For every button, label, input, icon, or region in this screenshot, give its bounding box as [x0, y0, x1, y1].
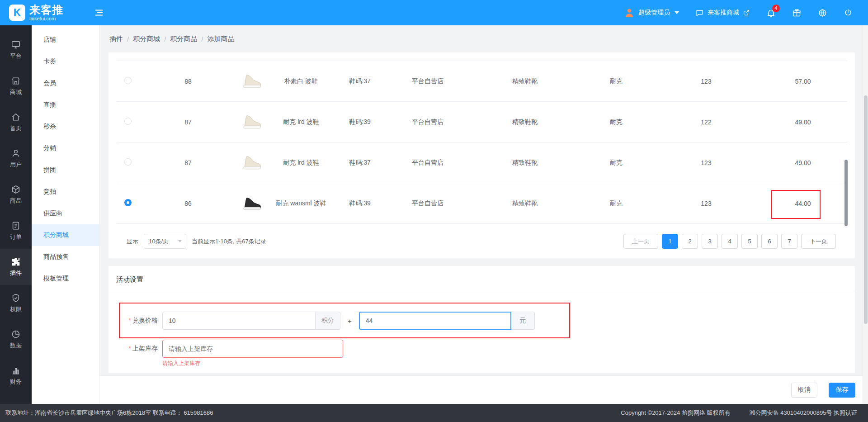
submenu-item-groupbuy[interactable]: 拼团 [32, 159, 99, 181]
window-scrollbar[interactable] [863, 25, 868, 404]
sidebar-item-goods[interactable]: 商品 [0, 176, 32, 213]
data-icon [11, 329, 21, 339]
sidebar-item-plugin[interactable]: 插件 [0, 249, 32, 285]
page-button-4[interactable]: 4 [722, 234, 738, 249]
sidebar-item-order[interactable]: 订单 [0, 213, 32, 249]
sidebar-item-permission[interactable]: 权限 [0, 285, 32, 321]
divider [108, 291, 855, 291]
money-unit-suffix: 元 [511, 312, 535, 330]
sidebar-item-finance[interactable]: 财务 [0, 357, 32, 394]
sidebar-item-label: 权限 [10, 305, 22, 313]
footer-beian[interactable]: 湘公网安备 43010402000895号 执照认证 [750, 409, 857, 417]
table-row[interactable]: 87 耐克 lrd 波鞋 鞋码:39 平台自营店 精致鞋靴 耐克 122 49.… [116, 102, 847, 142]
plugin-icon [11, 257, 21, 267]
sidebar-item-label: 平台 [10, 52, 22, 60]
caret-down-icon [675, 11, 679, 14]
page-button-5[interactable]: 5 [741, 234, 758, 249]
breadcrumb-item[interactable]: 插件 [109, 35, 123, 43]
submenu-item-member[interactable]: 会员 [32, 72, 99, 94]
page-size-value: 10条/页 [149, 237, 169, 246]
row-radio[interactable] [124, 158, 132, 166]
goods-icon [11, 185, 21, 194]
product-price: 49.00 [795, 119, 811, 126]
sidebar-item-mall[interactable]: 商城 [0, 68, 32, 104]
submenu-item-auction[interactable]: 竞拍 [32, 181, 99, 203]
product-category: 精致鞋靴 [512, 77, 538, 85]
page-size-select[interactable]: 10条/页 [144, 234, 186, 249]
submenu-item-store[interactable]: 店铺 [32, 29, 99, 51]
submenu-item-distribution[interactable]: 分销 [32, 138, 99, 159]
breadcrumb-separator: / [164, 35, 166, 43]
gift-button[interactable] [792, 8, 802, 18]
logout-button[interactable] [844, 8, 853, 17]
submenu-item-supplier[interactable]: 供应商 [32, 203, 99, 224]
product-category: 精致鞋靴 [512, 118, 538, 126]
activity-settings-title: 活动设置 [108, 266, 855, 284]
product-brand: 耐克 [610, 159, 623, 167]
breadcrumb-item[interactable]: 积分商品 [170, 35, 197, 43]
product-price: 57.00 [795, 78, 811, 85]
page-button-2[interactable]: 2 [682, 234, 698, 249]
external-link-icon [743, 9, 750, 16]
next-page-button[interactable]: 下一页 [801, 234, 836, 249]
product-stock: 123 [701, 200, 711, 207]
submenu-item-coupon[interactable]: 卡券 [32, 51, 99, 72]
page-button-3[interactable]: 3 [702, 234, 718, 249]
row-radio-checked[interactable] [124, 199, 132, 206]
product-price: 49.00 [795, 159, 811, 166]
platform-icon [11, 40, 21, 50]
breadcrumb-item[interactable]: 积分商城 [133, 35, 160, 43]
sidebar-item-data[interactable]: 数据 [0, 321, 32, 357]
cancel-button[interactable]: 取消 [791, 383, 817, 398]
page-button-1[interactable]: 1 [662, 234, 678, 249]
sidebar-item-user[interactable]: 用户 [0, 140, 32, 176]
power-icon [844, 8, 853, 17]
row-radio[interactable] [124, 118, 132, 125]
page-button-6[interactable]: 6 [761, 234, 778, 249]
table-row[interactable]: 87 耐克 lrd 波鞋 鞋码:37 平台自营店 精致鞋靴 耐克 123 49.… [116, 142, 847, 183]
table-row-selected[interactable]: 86 耐克 wansml 波鞋 鞋码:39 平台自营店 精致鞋靴 耐克 123 … [116, 183, 847, 224]
product-stock: 123 [701, 78, 711, 85]
prev-page-button[interactable]: 上一页 [623, 234, 658, 249]
sidebar-item-label: 首页 [10, 124, 22, 133]
stock-row: *上架库存 [108, 340, 343, 358]
product-id: 86 [184, 200, 192, 207]
submenu-item-seckill[interactable]: 秒杀 [32, 116, 99, 138]
language-button[interactable] [818, 8, 827, 18]
sidebar-item-label: 财务 [10, 378, 22, 386]
user-menu[interactable]: 超级管理员 [624, 7, 679, 18]
product-category: 精致鞋靴 [512, 159, 538, 167]
sidebar-item-label: 数据 [10, 341, 22, 350]
notifications-button[interactable]: 4 [766, 8, 776, 18]
submenu-item-live[interactable]: 直播 [32, 94, 99, 116]
breadcrumb-separator: / [127, 35, 129, 43]
row-radio[interactable] [124, 77, 132, 84]
submenu-item-template[interactable]: 模板管理 [32, 268, 99, 289]
product-brand: 耐克 [610, 199, 623, 208]
mall-link[interactable]: 来客推商城 [695, 9, 750, 17]
stock-input[interactable] [162, 340, 343, 358]
menu-collapse-icon[interactable] [94, 8, 104, 18]
chevron-down-icon [178, 240, 182, 242]
product-table-card: 88 朴素白 波鞋 鞋码:37 平台自营店 精致鞋靴 耐克 123 57.00 … [108, 52, 855, 258]
logo-subtitle: laiketui.com [29, 16, 63, 21]
exchange-points-input[interactable] [162, 312, 316, 330]
header-actions: 超级管理员 来客推商城 4 [624, 7, 868, 18]
notification-badge: 4 [772, 5, 780, 12]
exchange-money-input[interactable] [359, 312, 511, 330]
product-id: 88 [184, 78, 192, 85]
sidebar-item-platform[interactable]: 平台 [0, 32, 32, 68]
mall-icon [11, 76, 21, 86]
window-scrollbar-thumb[interactable] [864, 95, 868, 324]
save-button[interactable]: 保存 [829, 383, 855, 398]
submenu-item-points-mall[interactable]: 积分商城 [32, 224, 99, 246]
sidebar-item-label: 用户 [10, 161, 22, 169]
sidebar-item-home[interactable]: 首页 [0, 104, 32, 140]
sidebar-item-more[interactable] [0, 394, 32, 404]
user-icon [11, 148, 21, 158]
table-scrollbar-thumb[interactable] [844, 160, 848, 226]
submenu-item-presale[interactable]: 商品预售 [32, 246, 99, 268]
table-row[interactable]: 88 朴素白 波鞋 鞋码:37 平台自营店 精致鞋靴 耐克 123 57.00 [116, 61, 847, 102]
required-mark: * [129, 345, 131, 352]
page-button-7[interactable]: 7 [781, 234, 797, 249]
